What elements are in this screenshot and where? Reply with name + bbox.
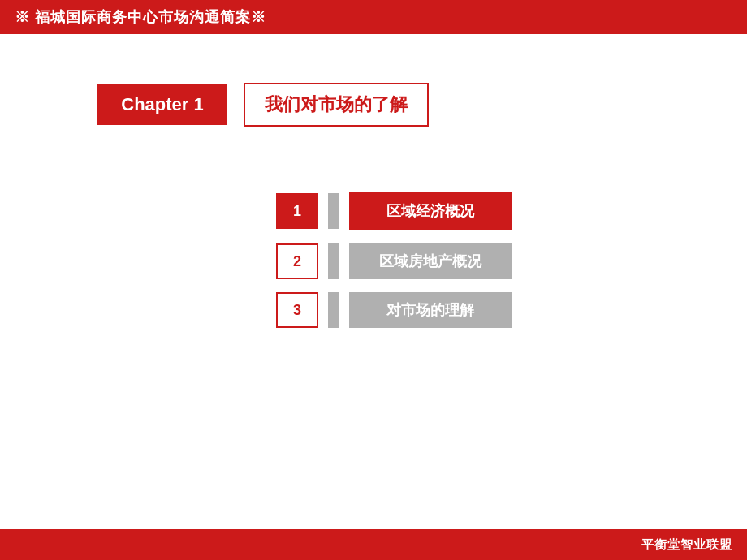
chapter-section: Chapter 1 我们对市场的了解 xyxy=(97,83,429,127)
header-bar: ※ 福城国际商务中心市场沟通简案※ xyxy=(0,0,747,34)
list-item[interactable]: 2 区域房地产概况 xyxy=(276,243,512,279)
chapter-badge: Chapter 1 xyxy=(97,84,227,125)
item-connector-1 xyxy=(328,193,339,229)
main-content: Chapter 1 我们对市场的了解 1 区域经济概况 2 区域房地产概况 3 … xyxy=(0,34,747,529)
header-title: ※ 福城国际商务中心市场沟通简案※ xyxy=(15,7,266,27)
list-item[interactable]: 1 区域经济概况 xyxy=(276,192,512,230)
item-number-3: 3 xyxy=(276,292,318,328)
item-label-3: 对市场的理解 xyxy=(349,292,512,328)
list-item[interactable]: 3 对市场的理解 xyxy=(276,292,512,328)
item-connector-2 xyxy=(328,243,339,279)
item-label-1: 区域经济概况 xyxy=(349,192,512,230)
item-number-2: 2 xyxy=(276,243,318,279)
item-connector-3 xyxy=(328,292,339,328)
footer-bar: 平衡堂智业联盟 xyxy=(0,529,747,560)
item-label-2: 区域房地产概况 xyxy=(349,243,512,279)
footer-brand: 平衡堂智业联盟 xyxy=(641,537,732,553)
chapter-subtitle: 我们对市场的了解 xyxy=(244,83,429,127)
item-number-1: 1 xyxy=(276,193,318,229)
items-section: 1 区域经济概况 2 区域房地产概况 3 对市场的理解 xyxy=(276,192,512,328)
